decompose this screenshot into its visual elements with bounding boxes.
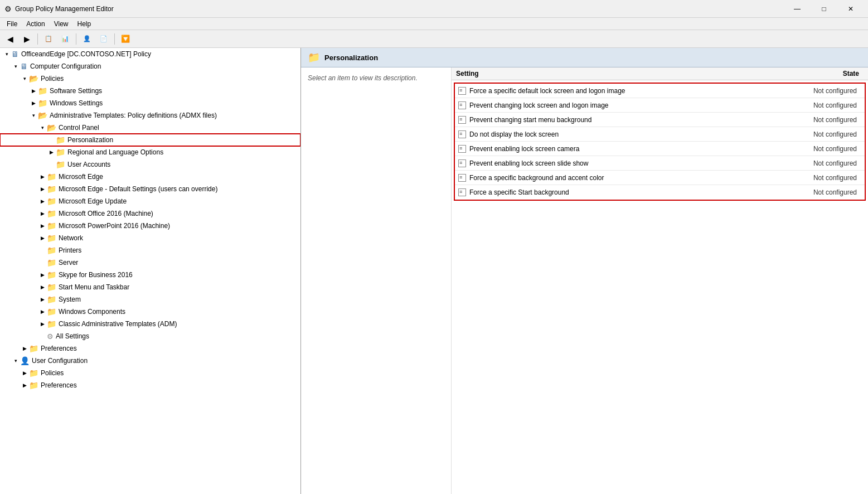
tree-item-ms-edge-default[interactable]: ▶ 📁 Microsoft Edge - Default Settings (u… — [0, 183, 300, 195]
tree-root[interactable]: ▾ 🖥 OfficeandEdge [DC.CONTOSO.NET] Polic… — [0, 48, 300, 60]
refresh-button[interactable]: 📊 — [57, 32, 73, 46]
ms-office-expand-icon[interactable]: ▶ — [38, 209, 47, 218]
tree-item-user-policies[interactable]: ▶ 📁 Policies — [0, 367, 300, 379]
maximize-button[interactable]: □ — [811, 0, 837, 18]
tree-item-user-config[interactable]: ▾ 👤 User Configuration — [0, 355, 300, 367]
computer-icon: 🖥 — [20, 62, 28, 71]
tree-item-network[interactable]: ▶ 📁 Network — [0, 232, 300, 244]
tree-item-regional[interactable]: ▶ 📁 Regional and Language Options — [0, 146, 300, 158]
personalization-folder-icon: 📁 — [56, 135, 65, 144]
setting-row-do-not-display[interactable]: Do not display the lock screen Not confi… — [455, 127, 865, 142]
tree-item-user-accounts[interactable]: 📁 User Accounts — [0, 158, 300, 171]
setting-state-do-not-display: Not configured — [789, 130, 861, 138]
ms-edge-default-expand-icon[interactable]: ▶ — [38, 185, 47, 193]
ms-ppt-folder-icon: 📁 — [47, 221, 56, 230]
tree-item-software-settings[interactable]: ▶ 📁 Software Settings — [0, 85, 300, 97]
help-button[interactable]: 📄 — [96, 32, 111, 46]
root-expand-icon[interactable]: ▾ — [2, 50, 11, 59]
system-expand-icon[interactable]: ▶ — [38, 295, 47, 304]
user-config-expand-icon[interactable]: ▾ — [11, 356, 20, 365]
personalization-label: Personalization — [67, 136, 113, 144]
network-expand-icon[interactable]: ▶ — [38, 234, 47, 243]
user-accounts-folder-icon: 📁 — [56, 160, 65, 169]
tree-item-ms-office-2016[interactable]: ▶ 📁 Microsoft Office 2016 (Machine) — [0, 207, 300, 220]
system-label: System — [59, 296, 81, 303]
window-title: Group Policy Management Editor — [15, 5, 114, 13]
tree-item-ms-ppt-2016[interactable]: ▶ 📁 Microsoft PowerPoint 2016 (Machine) — [0, 220, 300, 232]
properties-button[interactable]: 👤 — [79, 32, 95, 46]
tree-item-skype[interactable]: ▶ 📁 Skype for Business 2016 — [0, 269, 300, 281]
start-menu-label: Start Menu and Taskbar — [59, 283, 129, 291]
tree-item-windows-components[interactable]: ▶ 📁 Windows Components — [0, 306, 300, 318]
setting-row-lock-screen-logon-image[interactable]: Prevent changing lock screen and logon i… — [455, 98, 865, 113]
menu-action[interactable]: Action — [22, 19, 49, 29]
setting-row-lock-screen-logon[interactable]: Force a specific default lock screen and… — [455, 84, 865, 98]
policy-icon-lock-screen-logon-image — [458, 101, 466, 109]
setting-state-lock-screen-slideshow: Not configured — [789, 159, 861, 167]
tree-item-admin-templates[interactable]: ▾ 📂 Administrative Templates: Policy def… — [0, 109, 300, 122]
main-container: ▾ 🖥 OfficeandEdge [DC.CONTOSO.NET] Polic… — [0, 48, 868, 494]
start-menu-expand-icon[interactable]: ▶ — [38, 283, 47, 292]
filter-button[interactable]: 🔽 — [118, 32, 133, 46]
ms-office-label: Microsoft Office 2016 (Machine) — [59, 210, 153, 217]
setting-row-start-background[interactable]: Force a specific Start background Not co… — [455, 185, 865, 200]
col-setting-header: Setting — [456, 70, 785, 78]
tree-item-preferences[interactable]: ▶ 📁 Preferences — [0, 342, 300, 355]
windows-components-expand-icon[interactable]: ▶ — [38, 307, 47, 316]
setting-name-lock-screen-camera: Prevent enabling lock screen camera — [469, 145, 789, 153]
tree-item-printers[interactable]: 📁 Printers — [0, 244, 300, 256]
policies-label: Policies — [41, 75, 64, 83]
user-policies-expand-icon[interactable]: ▶ — [20, 369, 29, 377]
forward-button[interactable]: ▶ — [19, 32, 35, 46]
tree-item-server[interactable]: 📁 Server — [0, 256, 300, 269]
menu-view[interactable]: View — [50, 19, 73, 29]
tree-item-ms-edge-update[interactable]: ▶ 📁 Microsoft Edge Update — [0, 195, 300, 207]
menu-help[interactable]: Help — [73, 19, 96, 29]
tree-item-policies[interactable]: ▾ 📂 Policies — [0, 72, 300, 85]
tree-item-personalization[interactable]: 📁 Personalization — [0, 134, 300, 146]
show-hide-button[interactable]: 📋 — [41, 32, 56, 46]
classic-adm-label: Classic Administrative Templates (ADM) — [59, 320, 177, 328]
col-state-header: State — [785, 70, 864, 78]
root-policy-icon: 🖥 — [11, 50, 19, 59]
tree-item-computer-config[interactable]: ▾ 🖥 Computer Configuration — [0, 60, 300, 72]
user-preferences-expand-icon[interactable]: ▶ — [20, 381, 29, 390]
tree-item-classic-adm[interactable]: ▶ 📁 Classic Administrative Templates (AD… — [0, 318, 300, 330]
ms-ppt-expand-icon[interactable]: ▶ — [38, 221, 47, 230]
menu-file[interactable]: File — [2, 19, 22, 29]
user-accounts-label: User Accounts — [67, 161, 110, 168]
windows-expand-icon[interactable]: ▶ — [29, 99, 38, 108]
setting-row-lock-screen-slideshow[interactable]: Prevent enabling lock screen slide show … — [455, 156, 865, 171]
setting-row-lock-screen-camera[interactable]: Prevent enabling lock screen camera Not … — [455, 142, 865, 156]
skype-expand-icon[interactable]: ▶ — [38, 270, 47, 279]
right-header-folder-icon: 📁 — [308, 51, 320, 64]
setting-state-start-menu-bg: Not configured — [789, 116, 861, 124]
minimize-button[interactable]: — — [784, 0, 810, 18]
tree-item-all-settings[interactable]: ⚙ All Settings — [0, 330, 300, 342]
setting-name-do-not-display: Do not display the lock screen — [469, 130, 789, 138]
setting-row-start-menu-bg[interactable]: Prevent changing start menu background N… — [455, 113, 865, 127]
computer-config-expand-icon[interactable]: ▾ — [11, 62, 20, 71]
classic-adm-expand-icon[interactable]: ▶ — [38, 319, 47, 328]
admin-folder-icon: 📂 — [38, 111, 47, 120]
preferences-expand-icon[interactable]: ▶ — [20, 344, 29, 353]
classic-adm-folder-icon: 📁 — [47, 319, 56, 328]
regional-expand-icon[interactable]: ▶ — [47, 148, 56, 157]
close-button[interactable]: ✕ — [838, 0, 864, 18]
admin-expand-icon[interactable]: ▾ — [29, 111, 38, 120]
back-button[interactable]: ◀ — [2, 32, 18, 46]
tree-item-system[interactable]: ▶ 📁 System — [0, 293, 300, 306]
ms-edge-expand-icon[interactable]: ▶ — [38, 172, 47, 181]
tree-item-ms-edge[interactable]: ▶ 📁 Microsoft Edge — [0, 171, 300, 183]
tree-item-windows-settings[interactable]: ▶ 📁 Windows Settings — [0, 97, 300, 109]
software-expand-icon[interactable]: ▶ — [29, 86, 38, 95]
tree-item-start-menu[interactable]: ▶ 📁 Start Menu and Taskbar — [0, 281, 300, 293]
setting-row-bg-accent-color[interactable]: Force a specific background and accent c… — [455, 171, 865, 185]
user-policies-label: Policies — [41, 369, 64, 377]
control-panel-label: Control Panel — [59, 124, 99, 132]
tree-item-user-preferences[interactable]: ▶ 📁 Preferences — [0, 379, 300, 391]
control-panel-expand-icon[interactable]: ▾ — [38, 123, 47, 132]
ms-edge-update-expand-icon[interactable]: ▶ — [38, 197, 47, 206]
tree-item-control-panel[interactable]: ▾ 📂 Control Panel — [0, 122, 300, 134]
policies-expand-icon[interactable]: ▾ — [20, 74, 29, 83]
